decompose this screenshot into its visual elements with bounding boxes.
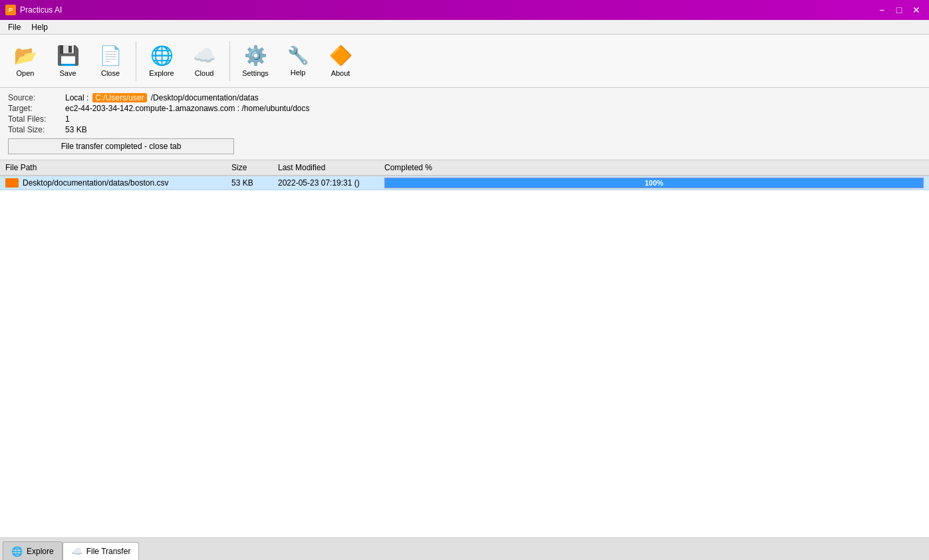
table-row[interactable]: Desktop/documentation/datas/boston.csv 5… bbox=[0, 176, 929, 190]
cloud-label: Cloud bbox=[195, 69, 214, 77]
col-header-size: Size bbox=[231, 163, 278, 172]
save-label: Save bbox=[59, 69, 76, 77]
close-file-label: Close bbox=[101, 69, 120, 77]
open-label: Open bbox=[17, 69, 35, 77]
title-bar-left: P Practicus AI bbox=[5, 5, 62, 15]
minimize-button[interactable]: − bbox=[874, 3, 889, 17]
total-files-value: 1 bbox=[65, 114, 70, 124]
total-files-row: Total Files: 1 bbox=[8, 114, 921, 124]
info-panel: Source: Local : C:/Users/user /Desktop/d… bbox=[0, 88, 929, 160]
menu-bar: File Help bbox=[0, 20, 929, 35]
source-label: Source: bbox=[8, 93, 61, 102]
col-header-modified: Last Modified bbox=[278, 163, 384, 172]
source-row: Source: Local : C:/Users/user /Desktop/d… bbox=[8, 93, 921, 102]
table-header: File Path Size Last Modified Completed % bbox=[0, 160, 929, 176]
tab-file-transfer[interactable]: ☁️ File Transfer bbox=[63, 542, 140, 560]
total-files-label: Total Files: bbox=[8, 114, 61, 124]
about-icon: 🔶 bbox=[329, 45, 352, 67]
explore-label: Explore bbox=[149, 69, 174, 77]
total-size-value: 53 KB bbox=[65, 125, 87, 134]
source-highlighted: C:/Users/user bbox=[92, 93, 146, 102]
open-button[interactable]: 📂 Open bbox=[5, 38, 45, 84]
about-button[interactable]: 🔶 About bbox=[321, 38, 360, 84]
app-logo: P bbox=[5, 5, 16, 15]
target-label: Target: bbox=[8, 104, 61, 113]
menu-file[interactable]: File bbox=[3, 21, 26, 33]
open-icon: 📂 bbox=[14, 45, 37, 67]
transfer-complete-button[interactable]: File transfer completed - close tab bbox=[8, 138, 234, 154]
tab-file-transfer-label: File Transfer bbox=[86, 547, 131, 556]
toolbar-separator-2 bbox=[229, 41, 230, 81]
help-label: Help bbox=[291, 69, 306, 76]
total-size-label: Total Size: bbox=[8, 125, 61, 134]
cloud-button[interactable]: ☁️ Cloud bbox=[184, 38, 224, 84]
settings-label: Settings bbox=[242, 69, 269, 77]
toolbar: 📂 Open 💾 Save 📄 Close 🌐 Explore ☁️ Cloud… bbox=[0, 35, 929, 88]
col-header-completed: Completed % bbox=[384, 163, 924, 172]
maximize-button[interactable]: □ bbox=[892, 3, 906, 17]
file-modified-cell: 2022-05-23 07:19:31 () bbox=[278, 178, 384, 188]
close-file-button[interactable]: 📄 Close bbox=[90, 38, 130, 84]
col-header-filepath: File Path bbox=[5, 163, 231, 172]
toolbar-separator-1 bbox=[136, 41, 136, 81]
menu-help[interactable]: Help bbox=[26, 21, 53, 33]
tab-file-transfer-icon: ☁️ bbox=[71, 546, 82, 557]
settings-icon: ⚙️ bbox=[244, 45, 267, 67]
help-icon: 🔧 bbox=[287, 45, 309, 66]
file-progress-cell: 100% bbox=[384, 178, 924, 188]
window-controls[interactable]: − □ ✕ bbox=[874, 3, 924, 17]
total-size-row: Total Size: 53 KB bbox=[8, 125, 921, 134]
help-button[interactable]: 🔧 Help bbox=[278, 38, 318, 84]
tab-explore-label: Explore bbox=[27, 547, 54, 556]
target-value: ec2-44-203-34-142.compute-1.amazonaws.co… bbox=[65, 104, 310, 113]
file-size-cell: 53 KB bbox=[231, 178, 278, 188]
explore-icon: 🌐 bbox=[150, 45, 174, 67]
file-table-area: File Path Size Last Modified Completed %… bbox=[0, 160, 929, 537]
close-button[interactable]: ✕ bbox=[909, 3, 924, 17]
save-icon: 💾 bbox=[57, 45, 80, 67]
cloud-icon: ☁️ bbox=[193, 45, 216, 67]
source-prefix: Local : bbox=[65, 93, 88, 102]
save-button[interactable]: 💾 Save bbox=[48, 38, 88, 84]
source-path: /Desktop/documentation/datas bbox=[151, 93, 259, 102]
tab-explore-icon: 🌐 bbox=[11, 546, 23, 557]
file-icon bbox=[5, 178, 19, 188]
app-title: Practicus AI bbox=[20, 5, 62, 15]
progress-label: 100% bbox=[385, 178, 923, 188]
title-bar: P Practicus AI − □ ✕ bbox=[0, 0, 929, 20]
file-path-value: Desktop/documentation/datas/boston.csv bbox=[23, 178, 168, 188]
file-table-body: Desktop/documentation/datas/boston.csv 5… bbox=[0, 176, 929, 537]
file-path-cell: Desktop/documentation/datas/boston.csv bbox=[5, 178, 231, 188]
close-file-icon: 📄 bbox=[99, 45, 122, 67]
about-label: About bbox=[331, 69, 350, 77]
progress-bar: 100% bbox=[384, 178, 924, 188]
explore-button[interactable]: 🌐 Explore bbox=[142, 38, 182, 84]
tab-bar: 🌐 Explore ☁️ File Transfer bbox=[0, 537, 929, 560]
tab-explore[interactable]: 🌐 Explore bbox=[3, 541, 63, 560]
settings-button[interactable]: ⚙️ Settings bbox=[235, 38, 275, 84]
target-row: Target: ec2-44-203-34-142.compute-1.amaz… bbox=[8, 104, 921, 113]
